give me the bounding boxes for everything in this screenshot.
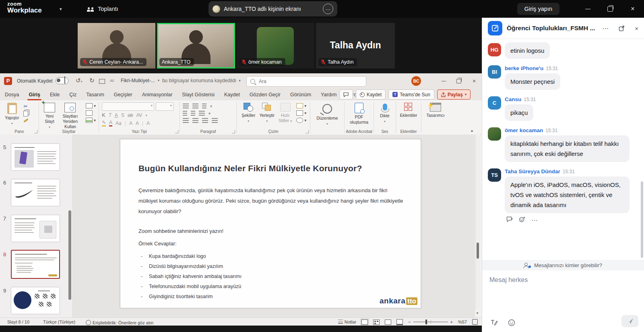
quick-styles-button[interactable]: HızlıStiller ▾ (277, 102, 294, 124)
document-title[interactable]: Fikri-Mulkiyet-... • bu bilgisayar konum… (121, 78, 241, 83)
save-button[interactable] (64, 77, 65, 83)
clipboard-dialog-launcher[interactable] (34, 130, 37, 133)
window-close-button[interactable]: × (621, 0, 644, 18)
drawing-dialog-launcher[interactable] (305, 130, 309, 133)
reply-icon[interactable] (506, 216, 513, 224)
ribbon-tab-giris[interactable]: Giriş (29, 92, 40, 98)
paste-button[interactable]: Yapıştır ▾ (3, 102, 21, 126)
reading-view-button[interactable] (385, 320, 391, 325)
ppt-minimize-button[interactable] (436, 73, 451, 89)
video-tile-ankara-tto-active-speaker[interactable]: Ankara_TTO (157, 23, 235, 68)
tab-meeting[interactable]: Toplantı (80, 0, 125, 18)
comments-button[interactable] (339, 89, 353, 100)
slide-thumbnail-9[interactable] (11, 287, 60, 314)
chevron-down-icon[interactable]: ▾ (60, 6, 62, 12)
notes-button[interactable]: Notlar (338, 320, 356, 324)
ribbon-tab-ciz[interactable]: Çiz (69, 92, 76, 98)
window-restore-button[interactable] (599, 0, 621, 18)
tab-options-icon[interactable]: … (323, 4, 333, 14)
ppt-close-button[interactable]: × (466, 73, 482, 89)
emoji-icon[interactable] (508, 319, 515, 326)
ribbon-tab-slayt-gosterisi[interactable]: Slayt Gösterisi (182, 92, 215, 98)
editing-button[interactable]: Düzenleme ▾ (314, 102, 340, 127)
paragraph-dialog-launcher[interactable] (232, 130, 235, 133)
undo-button[interactable]: ↺▾ (76, 77, 83, 84)
shape-fill-button[interactable]: ▾ (296, 103, 306, 108)
align-left-button[interactable] (183, 118, 189, 123)
slide-thumbnail-8-selected[interactable] (11, 250, 60, 279)
shape-effects-button[interactable]: ▾ (296, 118, 306, 123)
dictate-button[interactable]: Dikte ▾ (378, 102, 392, 124)
format-text-icon[interactable] (490, 319, 497, 326)
ribbon-tab-gozden-gecir[interactable]: Gözden Geçir (250, 92, 281, 98)
slide-sorter-view-button[interactable] (373, 320, 380, 325)
line-spacing-button[interactable] (202, 104, 206, 108)
popout-button[interactable] (619, 25, 625, 31)
columns-button[interactable] (199, 111, 205, 116)
chat-scrollbar[interactable] (641, 181, 643, 258)
addins-button[interactable]: Eklentiler (398, 102, 419, 118)
add-reaction-icon[interactable] (519, 216, 526, 224)
section-button[interactable]: ▾ (86, 118, 96, 123)
clear-format-button[interactable]: A (147, 120, 150, 126)
increase-indent-button[interactable] (191, 111, 195, 116)
signin-button[interactable]: Giriş yapın (517, 3, 559, 15)
zoom-slider[interactable]: −+ (408, 320, 453, 324)
create-pdf-button[interactable]: PDFoluşturma (348, 102, 370, 125)
slide-thumbnail-7[interactable] (11, 215, 60, 242)
numbering-button[interactable] (192, 104, 198, 108)
message-more-icon[interactable]: ⋯ (531, 216, 538, 224)
shape-outline-button[interactable]: ▾ (296, 110, 306, 116)
font-dialog-launcher[interactable] (175, 130, 178, 133)
slideshow-button[interactable] (396, 319, 403, 325)
italic-button[interactable]: T (109, 112, 111, 118)
format-painter-button[interactable] (23, 118, 29, 123)
account-avatar[interactable]: BC (411, 76, 421, 86)
record-button[interactable]: Kaydet (356, 89, 386, 100)
arrange-button[interactable]: Yerleştir ▾ (257, 102, 277, 124)
ribbon-tab-gorunum[interactable]: Görünüm (290, 92, 311, 98)
shadow-button[interactable]: S (121, 112, 124, 118)
language-indicator[interactable]: Türkçe (Türkiye) (43, 320, 75, 324)
privacy-note[interactable]: Mesajlarınızı kimler görebilir? (482, 260, 644, 270)
highlight-button[interactable]: ✎ (102, 120, 106, 127)
chat-more-button[interactable]: ⋯ (602, 25, 609, 32)
chat-close-button[interactable]: × (635, 25, 638, 32)
collapse-ribbon-button[interactable]: ▴ (471, 128, 473, 133)
tab-shared-screen[interactable]: Ankara_TTO adlı kişinin ekranı … (208, 1, 337, 17)
ribbon-tab-yardim[interactable]: Yardım (321, 92, 336, 98)
ribbon-tab-dosya[interactable]: Dosya (5, 92, 19, 98)
slide-thumbnail-5[interactable] (11, 143, 60, 171)
ppt-restore-button[interactable] (451, 73, 466, 89)
normal-view-button[interactable] (361, 320, 368, 325)
cut-button[interactable]: ✂ (23, 104, 29, 109)
change-case-button[interactable]: Aa (116, 120, 122, 126)
zoom-level[interactable]: %57 (458, 320, 467, 324)
font-size-select[interactable] (156, 102, 173, 111)
strikethrough-button[interactable]: ab (128, 112, 133, 118)
search-box[interactable] (246, 76, 366, 87)
justify-button[interactable] (212, 118, 218, 123)
search-input[interactable] (258, 78, 348, 85)
qat-customize-button[interactable]: ≂ (109, 77, 115, 84)
video-tile-ceren[interactable]: Ceren Ceylan- Ankara... (78, 23, 155, 68)
reset-button[interactable] (86, 110, 96, 116)
ribbon-tab-tasarim[interactable]: Tasarım (86, 92, 104, 98)
underline-button[interactable]: A (115, 112, 118, 118)
video-tile-omer[interactable]: ömer kocaman (237, 23, 314, 68)
slide-vertical-scrollbar[interactable] (475, 135, 480, 309)
font-color-button[interactable]: A (109, 120, 112, 127)
font-name-select[interactable] (102, 102, 154, 111)
align-center-button[interactable] (192, 118, 198, 123)
ribbon-tab-animasyonlar[interactable]: Animasyonlar (142, 92, 173, 98)
autosave-toggle[interactable] (56, 77, 68, 84)
window-minimize-button[interactable] (576, 0, 599, 18)
slide-thumbnail-6[interactable] (11, 179, 60, 206)
thumbnail-scrollbar[interactable] (68, 210, 71, 300)
send-button[interactable] (621, 315, 638, 327)
copy-button[interactable] (23, 111, 28, 116)
present-button[interactable] (99, 78, 105, 85)
reuse-slides-button[interactable]: SlaytlarıYeniden Kullan (57, 102, 83, 130)
share-button[interactable]: Paylaş▾ (437, 89, 471, 100)
fit-to-window-icon[interactable] (472, 319, 478, 325)
